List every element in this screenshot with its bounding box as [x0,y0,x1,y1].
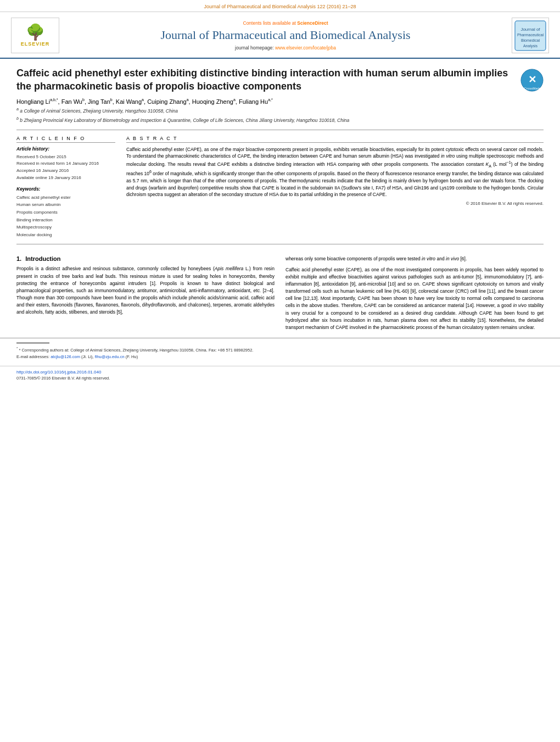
svg-text:Journal of: Journal of [520,27,540,32]
homepage-link: journal homepage: www.elsevier.com/locat… [59,45,512,51]
footnote-area: * * Corresponding authors at: College of… [0,338,560,361]
footnote-corresponding: * * Corresponding authors at: College of… [16,346,544,353]
email-link-1[interactable]: atcjlu@126.com [51,354,80,359]
accepted-date: Accepted 16 January 2016 [16,168,115,175]
intro-left-col: 1. Introduction Propolis is a distinct a… [16,255,275,334]
elsevier-logo: 🌳 ELSEVIER [11,18,59,53]
contents-available-text: Contents lists available at ScienceDirec… [59,20,512,26]
article-title: Caffeic acid phenethyl ester exhibiting … [16,66,514,93]
homepage-url[interactable]: www.elsevier.com/locate/jpba [275,45,336,51]
crossmark-icon[interactable]: ✕ CrossMark [520,69,544,93]
section-title-text: Introduction [25,255,60,262]
journal-logo-svg: Journal of Pharmaceutical Biomedical Ana… [514,20,547,52]
section-number: 1. [16,255,21,262]
section-divider-1 [16,130,544,130]
affiliation-a: a a College of Animal Sciences, Zhejiang… [16,107,544,115]
footnote-email: E-mail addresses: atcjlu@126.com (Ji. Li… [16,354,544,359]
keyword-4: Binding interaction [16,216,115,224]
article-info-col: A R T I C L E I N F O Article history: R… [16,136,115,239]
elsevier-label: ELSEVIER [21,41,50,47]
keyword-2: Human serum albumin [16,201,115,209]
journal-center-section: Contents lists available at ScienceDirec… [59,20,512,50]
right-logo: Journal of Pharmaceutical Biomedical Ana… [512,18,549,53]
abstract-header: A B S T R A C T [126,136,544,143]
doi-link[interactable]: http://dx.doi.org/10.1016/j.jpba.2016.01… [16,370,101,375]
svg-text:Pharmaceutical: Pharmaceutical [517,33,544,37]
journal-title: Journal of Pharmaceutical and Biomedical… [59,28,512,42]
footnote-sep [16,343,49,343]
received-date: Received 5 October 2015 [16,154,115,161]
article-history-label: Article history: [16,146,115,152]
article-area: Caffeic acid phenethyl ester exhibiting … [0,59,560,255]
sciencedirect-link[interactable]: ScienceDirect [297,20,328,26]
body-content: 1. Introduction Propolis is a distinct a… [0,255,560,334]
tree-icon: 🌳 [26,25,45,40]
article-info-abstract-section: A R T I C L E I N F O Article history: R… [16,136,544,239]
intro-right-col: whereas only some bioactive components o… [285,255,544,334]
journal-reference-link[interactable]: Journal of Pharmaceutical and Biomedical… [204,4,356,9]
available-date: Available online 19 January 2016 [16,175,115,182]
intro-section-title: 1. Introduction [16,255,275,262]
intro-paragraph-3: Caffeic acid phenethyl ester (CAPE), as … [285,266,544,332]
article-info-header: A R T I C L E I N F O [16,136,115,143]
intro-paragraph-2: whereas only some bioactive components o… [285,255,544,263]
section-divider-2 [16,244,544,244]
svg-text:CrossMark: CrossMark [524,87,540,90]
keyword-3: Propolis components [16,209,115,216]
bottom-bar: http://dx.doi.org/10.1016/j.jpba.2016.01… [0,366,560,383]
authors-line: Hongliang Lia,b,*, Fan Wub, Jing Tanb, K… [16,98,544,105]
keyword-1: Caffeic acid phenethyl ester [16,194,115,202]
svg-text:Analysis: Analysis [523,44,538,48]
journal-header: 🌳 ELSEVIER Contents lists available at S… [0,12,560,59]
top-bar: Journal of Pharmaceutical and Biomedical… [0,0,560,12]
keyword-6: Molecular docking [16,231,115,239]
intro-paragraph-1: Propolis is a distinct adhesive and resi… [16,265,275,316]
article-title-section: Caffeic acid phenethyl ester exhibiting … [16,66,544,93]
page-wrapper: Journal of Pharmaceutical and Biomedical… [0,0,560,742]
received-revised-date: Received in revised form 14 January 2016 [16,160,115,168]
keyword-5: Multispectroscopy [16,224,115,231]
svg-text:Biomedical: Biomedical [521,38,540,42]
abstract-col: A B S T R A C T Caffeic acid phenethyl e… [126,136,544,239]
keywords-label: Keywords: [16,186,115,192]
issn-text: 0731-7085/© 2016 Elsevier B.V. All right… [16,376,110,381]
svg-text:✕: ✕ [528,74,536,85]
abstract-text: Caffeic acid phenethyl ester (CAPE), as … [126,146,544,198]
copyright-line: © 2016 Elsevier B.V. All rights reserved… [126,201,544,206]
email-link-2[interactable]: flhu@zju.edu.cn [95,354,125,359]
affiliation-b: b b Zhejiang Provincial Key Laboratory o… [16,116,544,124]
